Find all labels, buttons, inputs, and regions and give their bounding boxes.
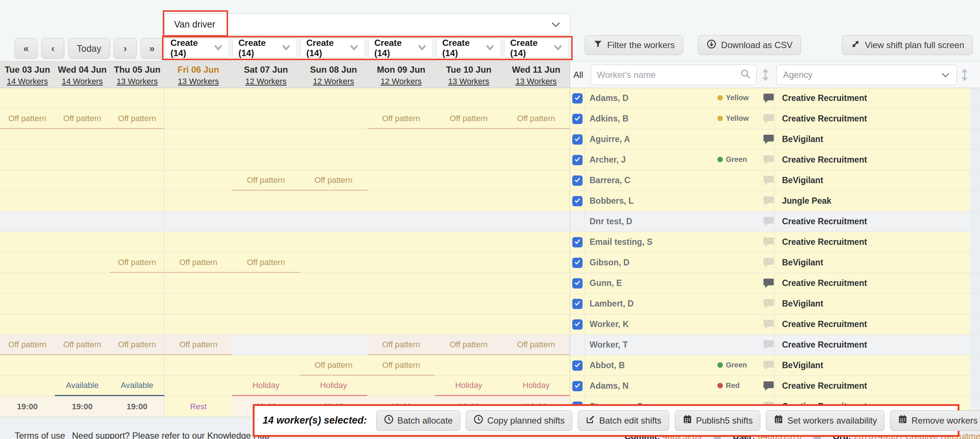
grid-cell[interactable] [165,109,232,129]
grid-cell[interactable]: Off pattern [110,109,165,129]
grid-cell[interactable] [165,129,232,149]
grid-cell[interactable] [110,170,165,190]
worker-checkbox[interactable] [572,360,582,371]
grid-cell[interactable]: Available [110,376,165,396]
batch-edit-shifts-button[interactable]: Batch edit shifts [578,410,669,431]
grid-cell[interactable] [55,150,110,170]
sort-by-name-icon[interactable] [762,68,769,83]
day-workers-link[interactable]: 13 Workers [503,77,570,86]
grid-cell[interactable] [0,88,55,108]
grid-cell[interactable] [368,376,435,396]
grid-cell[interactable] [55,191,110,211]
grid-cell[interactable] [503,252,570,273]
grid-cell[interactable] [55,355,110,376]
comment-icon[interactable] [763,257,774,270]
grid-cell[interactable] [503,129,570,149]
grid-cell[interactable] [435,191,503,211]
day-workers-link[interactable]: 12 Workers [368,77,435,86]
grid-cell[interactable]: Off pattern [300,355,368,376]
comment-icon[interactable] [763,339,774,352]
grid-cell[interactable] [300,88,368,108]
grid-cell[interactable] [368,129,435,149]
grid-cell[interactable] [165,355,232,376]
grid-cell[interactable] [0,232,55,252]
grid-cell[interactable]: Off pattern [0,335,55,355]
role-select[interactable]: Van driver [164,13,570,35]
grid-cell[interactable]: Holiday [300,376,368,396]
copy-planned-shifts-button[interactable]: Copy planned shifts [466,410,572,431]
grid-cell[interactable] [165,150,232,170]
grid-cell[interactable] [0,314,55,334]
grid-cell[interactable] [0,191,55,211]
grid-cell[interactable]: Rest [165,396,232,417]
grid-cell[interactable] [165,376,232,396]
grid-cell[interactable] [232,88,300,108]
grid-cell[interactable] [503,191,570,211]
grid-cell[interactable]: Off pattern [232,170,300,190]
comment-icon[interactable] [763,237,774,249]
grid-cell[interactable] [300,129,368,149]
grid-cell[interactable] [165,88,232,108]
grid-cell[interactable] [232,355,300,376]
grid-cell[interactable] [300,232,368,252]
grid-cell[interactable]: Holiday [232,376,300,396]
grid-cell[interactable]: Off pattern [368,355,435,376]
grid-cell[interactable]: Off pattern [300,170,368,190]
grid-cell[interactable] [435,170,503,190]
grid-cell[interactable] [55,232,110,252]
grid-cell[interactable] [0,376,55,396]
create-button[interactable]: Create (14) [164,38,229,58]
grid-cell[interactable] [435,294,503,314]
publish-shifts-button[interactable]: Publish5 shifts [675,410,761,431]
day-workers-link[interactable]: 12 Workers [300,77,368,86]
day-workers-link[interactable]: 13 Workers [165,77,232,86]
grid-cell[interactable]: Off pattern [435,335,503,355]
worker-search-input[interactable] [596,70,740,80]
grid-cell[interactable] [300,294,368,314]
grid-cell[interactable]: 19:00 [110,396,165,417]
grid-cell[interactable] [232,273,300,293]
grid-cell[interactable]: Off pattern [368,335,435,355]
grid-cell[interactable] [300,191,368,211]
comment-icon[interactable] [763,298,774,311]
grid-cell[interactable] [435,211,503,231]
grid-cell[interactable] [0,294,55,314]
grid-cell[interactable]: Off pattern [368,109,435,129]
grid-cell[interactable]: Off pattern [165,252,232,273]
grid-cell[interactable] [110,355,165,376]
grid-cell[interactable] [55,170,110,190]
grid-cell[interactable]: Off pattern [503,335,570,355]
grid-cell[interactable] [232,314,300,334]
nav-next-button[interactable]: › [114,38,137,59]
grid-cell[interactable] [435,150,503,170]
grid-cell[interactable] [368,273,435,293]
day-workers-link[interactable]: 14 Workers [0,77,55,86]
grid-cell[interactable] [165,191,232,211]
nav-prev-button[interactable]: ‹ [41,38,64,59]
create-button[interactable]: Create (14) [300,38,365,58]
grid-cell[interactable] [232,294,300,314]
filter-workers-button[interactable]: Filter the workers [585,35,683,55]
grid-cell[interactable] [0,129,55,149]
comment-icon[interactable] [763,113,774,126]
create-button[interactable]: Create (14) [232,38,297,58]
grid-cell[interactable] [368,150,435,170]
worker-checkbox[interactable] [572,114,582,124]
set-workers-availability-button[interactable]: Set workers availability [766,410,885,431]
grid-cell[interactable] [300,252,368,273]
grid-cell[interactable] [503,355,570,376]
day-workers-link[interactable]: 13 Workers [110,77,165,86]
grid-cell[interactable]: Off pattern [55,109,110,129]
grid-cell[interactable] [368,252,435,273]
grid-cell[interactable] [435,88,503,108]
day-workers-link[interactable]: 13 Workers [435,77,503,86]
grid-cell[interactable] [503,232,570,252]
grid-cell[interactable] [110,211,165,231]
comment-icon[interactable] [763,278,774,290]
grid-cell[interactable] [0,150,55,170]
grid-cell[interactable] [110,129,165,149]
grid-cell[interactable] [0,170,55,190]
grid-cell[interactable] [55,129,110,149]
comment-icon[interactable] [763,216,774,229]
grid-cell[interactable] [435,252,503,273]
